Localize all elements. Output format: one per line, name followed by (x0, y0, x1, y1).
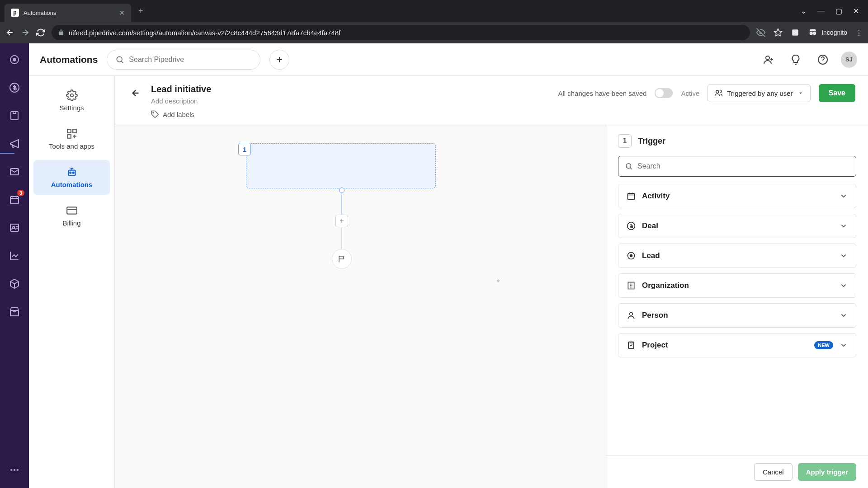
end-node (332, 249, 352, 269)
gear-icon (66, 89, 78, 101)
help-icon[interactable] (814, 51, 832, 69)
rail-deals-icon[interactable] (7, 80, 22, 95)
sidebar-label: Billing (62, 219, 80, 227)
svg-point-26 (716, 90, 719, 93)
connection-dot (339, 188, 344, 193)
add-step-button[interactable]: + (335, 215, 348, 227)
svg-point-4 (13, 58, 16, 61)
sidebar-item-billing[interactable]: Billing (33, 198, 110, 233)
trigger-by-dropdown[interactable]: Triggered by any user (708, 84, 810, 102)
svg-rect-24 (67, 207, 77, 214)
category-project[interactable]: Project NEW (618, 333, 856, 357)
dollar-icon (627, 221, 636, 230)
rail-more-icon[interactable] (7, 463, 22, 477)
maximize-icon[interactable]: ▢ (835, 7, 842, 15)
category-organization[interactable]: Organization (618, 273, 856, 298)
search-input[interactable] (129, 56, 252, 64)
rail-leads-icon[interactable] (7, 52, 22, 67)
users-icon (714, 89, 722, 97)
close-tab-icon[interactable]: ✕ (119, 9, 125, 17)
extensions-icon[interactable] (791, 28, 800, 37)
category-person[interactable]: Person (618, 303, 856, 328)
close-window-icon[interactable]: ✕ (853, 7, 859, 15)
user-avatar[interactable]: SJ (841, 52, 857, 68)
svg-point-25 (153, 112, 154, 113)
svg-rect-0 (793, 29, 798, 35)
trigger-search-input[interactable] (637, 162, 849, 170)
back-icon[interactable] (5, 28, 14, 37)
rail-products-icon[interactable] (7, 277, 22, 291)
invite-users-icon[interactable] (760, 51, 778, 69)
rail-marketplace-icon[interactable] (7, 305, 22, 319)
browser-toolbar: uifeed.pipedrive.com/settings/automation… (0, 22, 868, 43)
category-activity[interactable]: Activity (618, 184, 856, 208)
svg-rect-6 (11, 112, 18, 120)
assistant-icon[interactable] (787, 51, 805, 69)
tab-favicon-icon: p (11, 9, 19, 17)
step-number: 1 (618, 134, 632, 148)
person-icon (627, 311, 636, 320)
rail-mail-icon[interactable] (7, 164, 22, 179)
nav-rail: 3 (0, 43, 29, 488)
new-badge: NEW (814, 341, 833, 349)
menu-dots-icon[interactable]: ⋮ (855, 28, 863, 37)
svg-point-14 (117, 56, 123, 62)
svg-rect-8 (10, 197, 19, 204)
incognito-badge[interactable]: Incognito (808, 28, 847, 38)
tab-title: Automations (24, 9, 114, 16)
eye-off-icon[interactable] (756, 28, 765, 37)
rail-activities-icon[interactable]: 3 (7, 192, 22, 207)
rail-projects-icon[interactable] (7, 108, 22, 123)
sidebar-item-automations[interactable]: Automations (33, 160, 110, 195)
svg-point-23 (72, 172, 74, 173)
credit-card-icon (66, 205, 78, 216)
svg-point-2 (813, 32, 816, 35)
automation-canvas[interactable]: 1 + ⌖ (115, 124, 606, 488)
svg-rect-18 (67, 129, 71, 133)
cancel-button[interactable]: Cancel (754, 463, 793, 481)
rail-campaigns-icon[interactable] (7, 136, 22, 151)
trigger-search[interactable] (618, 156, 856, 177)
sidebar-item-settings[interactable]: Settings (33, 83, 110, 118)
svg-point-22 (70, 172, 71, 173)
forward-icon[interactable] (21, 28, 30, 37)
rail-contacts-icon[interactable] (7, 221, 22, 235)
browser-tab[interactable]: p Automations ✕ (5, 4, 131, 22)
incognito-icon (808, 28, 818, 38)
clipboard-icon (627, 341, 636, 350)
building-icon (627, 281, 636, 290)
back-button[interactable] (127, 85, 144, 101)
automation-name[interactable]: Lead initiative (151, 84, 211, 94)
lock-icon (58, 29, 64, 36)
new-tab-button[interactable]: + (138, 6, 143, 16)
active-toggle[interactable] (655, 88, 673, 98)
target-icon (627, 251, 636, 260)
rail-insights-icon[interactable] (7, 249, 22, 263)
chevron-down-icon (797, 90, 804, 96)
svg-point-33 (630, 312, 633, 315)
svg-point-1 (810, 32, 813, 35)
category-deal[interactable]: Deal (618, 214, 856, 238)
svg-point-31 (630, 255, 632, 257)
chevron-down-icon (840, 252, 848, 260)
trigger-panel: 1 Trigger Activity (606, 124, 868, 488)
minimize-icon[interactable]: — (817, 7, 825, 15)
svg-point-17 (70, 94, 73, 97)
category-lead[interactable]: Lead (618, 244, 856, 268)
bookmark-star-icon[interactable] (774, 28, 783, 37)
apply-trigger-button[interactable]: Apply trigger (798, 463, 856, 481)
tools-icon (66, 128, 78, 140)
tab-dropdown-icon[interactable]: ⌄ (801, 7, 807, 15)
calendar-icon (627, 192, 636, 201)
add-description-link[interactable]: Add description (151, 97, 211, 105)
save-button[interactable]: Save (819, 84, 855, 102)
add-new-button[interactable] (269, 50, 289, 70)
reload-icon[interactable] (36, 28, 45, 37)
chevron-down-icon (840, 311, 848, 319)
sidebar-item-tools[interactable]: Tools and apps (33, 122, 110, 156)
global-search[interactable] (107, 50, 260, 70)
add-labels-link[interactable]: Add labels (151, 110, 211, 118)
page-title: Automations (40, 54, 98, 65)
url-bar[interactable]: uifeed.pipedrive.com/settings/automation… (52, 25, 750, 40)
trigger-node[interactable]: 1 (246, 143, 436, 188)
